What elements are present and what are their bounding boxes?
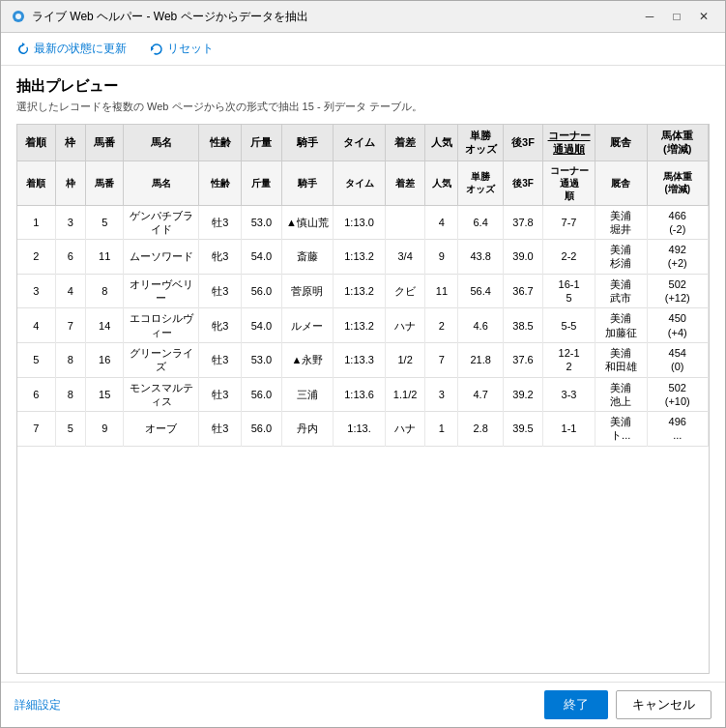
col-subheader-corner: コーナー通過順 xyxy=(543,160,595,205)
table-cell: 1/2 xyxy=(385,342,424,377)
col-header-kyusha: 厩舎 xyxy=(595,125,647,160)
table-cell: 3 xyxy=(425,377,458,412)
col-header-chakusa: 着差 xyxy=(385,125,424,160)
table-cell: 53.0 xyxy=(242,205,281,240)
table-cell: 56.0 xyxy=(242,377,281,412)
maximize-button[interactable]: □ xyxy=(665,7,688,26)
table-cell: モンスマルティス xyxy=(124,377,199,412)
table-cell: 1-1 xyxy=(543,412,595,447)
table-cell: 12-1 2 xyxy=(543,342,595,377)
table-row: 2611ムーソワード牝354.0斎藤1:13.23/4943.839.02-2美… xyxy=(17,240,709,275)
table-cell: 牡3 xyxy=(199,412,242,447)
table-cell: 492 (+2) xyxy=(647,240,708,275)
col-header-corner: コーナー通過順 xyxy=(543,125,595,160)
table-cell: 16-1 5 xyxy=(543,274,595,308)
table-cell: ▲慎山荒 xyxy=(281,205,334,240)
table-cell: 2.8 xyxy=(458,412,503,447)
table-cell: 53.0 xyxy=(242,342,281,377)
col-header-time: タイム xyxy=(334,125,386,160)
col-subheader-kyusha: 厩舎 xyxy=(595,160,647,205)
refresh-icon xyxy=(16,43,30,56)
end-button[interactable]: 終了 xyxy=(544,690,608,719)
table-cell: 5 xyxy=(17,342,55,377)
table-cell: 7-7 xyxy=(543,205,595,240)
refresh-label: 最新の状態に更新 xyxy=(34,41,127,57)
col-subheader-waku: 枠 xyxy=(55,160,86,205)
col-subheader-chakusa: 着差 xyxy=(385,160,424,205)
table-cell: ゲンパチブライド xyxy=(124,205,199,240)
table-cell: 39.2 xyxy=(503,377,542,412)
table-cell: 9 xyxy=(86,412,124,447)
table-cell: 4 xyxy=(55,274,86,308)
table-cell: 7 xyxy=(425,342,458,377)
reset-label: リセット xyxy=(167,41,214,57)
col-subheader-kishu: 騎手 xyxy=(281,160,334,205)
col-header-odds: 単勝オッズ xyxy=(458,125,503,160)
table-cell: 4.7 xyxy=(458,377,503,412)
table-cell: 3 xyxy=(55,205,86,240)
detail-settings-button[interactable]: 詳細設定 xyxy=(15,697,61,713)
table-cell: 5 xyxy=(55,412,86,447)
table-cell: 11 xyxy=(86,240,124,275)
table-cell: ハナ xyxy=(385,308,424,343)
table-cell: 2 xyxy=(425,308,458,343)
table-cell: 2 xyxy=(17,240,55,275)
table-cell: 38.5 xyxy=(503,308,542,343)
reset-button[interactable]: リセット xyxy=(146,39,218,59)
table-cell: 1:13.3 xyxy=(334,342,386,377)
content-area: 抽出プレビュー 選択したレコードを複数の Web ページから次の形式で抽出 15… xyxy=(1,66,725,682)
refresh-button[interactable]: 最新の状態に更新 xyxy=(13,39,131,59)
close-button[interactable]: ✕ xyxy=(692,7,715,26)
minimize-button[interactable]: ─ xyxy=(638,7,661,26)
table-cell: 7 xyxy=(55,308,86,343)
reset-icon xyxy=(150,43,163,56)
col-header-umatai: 馬体重(増減) xyxy=(647,125,708,160)
title-bar: ライブ Web ヘルパー - Web ページからデータを抽出 ─ □ ✕ xyxy=(1,1,725,33)
data-table-container[interactable]: 着順 枠 馬番 馬名 性齢 斤量 騎手 タイム 着差 人気 単勝オッズ 後3F … xyxy=(16,124,710,674)
col-subheader-umatai: 馬体重(増減) xyxy=(647,160,708,205)
table-cell: 36.7 xyxy=(503,274,542,308)
table-cell: 5 xyxy=(86,205,124,240)
table-cell: 三浦 xyxy=(281,377,334,412)
table-cell: 6 xyxy=(55,240,86,275)
col-header-kinryo: 斤量 xyxy=(242,125,281,160)
table-cell: 54.0 xyxy=(242,240,281,275)
table-cell: 美浦 武市 xyxy=(595,274,647,308)
table-row: 6815モンスマルティス牡356.0三浦1:13.61.1/234.739.23… xyxy=(17,377,709,412)
table-cell: 37.8 xyxy=(503,205,542,240)
table-cell: 美浦 ト... xyxy=(595,412,647,447)
col-header-waku: 枠 xyxy=(55,125,86,160)
table-cell xyxy=(385,205,424,240)
table-cell: 1 xyxy=(425,412,458,447)
table-cell: ▲永野 xyxy=(281,342,334,377)
table-cell: 美浦 加藤征 xyxy=(595,308,647,343)
col-subheader-odds: 単勝オッズ xyxy=(458,160,503,205)
table-cell: 美浦 堀井 xyxy=(595,205,647,240)
table-cell: オリーヴベリー xyxy=(124,274,199,308)
table-cell: ルメー xyxy=(281,308,334,343)
table-cell: 1:13.2 xyxy=(334,308,386,343)
table-cell: 牡3 xyxy=(199,377,242,412)
col-subheader-time: タイム xyxy=(334,160,386,205)
table-cell: 8 xyxy=(55,377,86,412)
table-cell: 美浦 杉浦 xyxy=(595,240,647,275)
cancel-button[interactable]: キャンセル xyxy=(616,690,711,719)
table-cell: 502 (+12) xyxy=(647,274,708,308)
table-cell: 1:13.2 xyxy=(334,274,386,308)
data-table: 着順 枠 馬番 馬名 性齢 斤量 騎手 タイム 着差 人気 単勝オッズ 後3F … xyxy=(17,125,709,447)
table-cell: 502 (+10) xyxy=(647,377,708,412)
table-cell: 466 (-2) xyxy=(647,205,708,240)
table-cell: 11 xyxy=(425,274,458,308)
table-cell: 3 xyxy=(17,274,55,308)
col-header-umaname: 馬名 xyxy=(124,125,199,160)
table-cell: 16 xyxy=(86,342,124,377)
table-cell: 56.0 xyxy=(242,412,281,447)
table-cell: 21.8 xyxy=(458,342,503,377)
table-cell: 牝3 xyxy=(199,240,242,275)
table-cell: 3-3 xyxy=(543,377,595,412)
col-subheader-seire: 性齢 xyxy=(199,160,242,205)
table-cell: 37.6 xyxy=(503,342,542,377)
col-header-chakujun: 着順 xyxy=(17,125,55,160)
col-header-last3f: 後3F xyxy=(503,125,542,160)
table-cell: 美浦 池上 xyxy=(595,377,647,412)
